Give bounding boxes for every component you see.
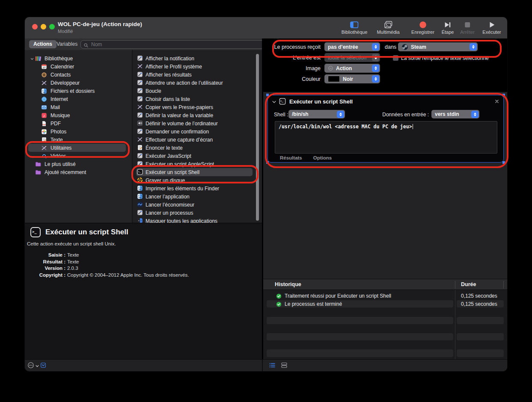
selection-handle[interactable] [266, 161, 269, 164]
workflow-canvas: >_ Exécuter un script Shell Shell : /bin… [263, 92, 507, 279]
script-editor[interactable]: /usr/local/bin/wol <adresse MAC du PC de… [275, 121, 497, 154]
action-item-demander-une-confirmation[interactable]: Demander une confirmation [133, 127, 262, 136]
output-replaces-checkbox[interactable] [393, 55, 398, 61]
tab-variables[interactable]: Variables [56, 40, 77, 48]
action-item-ex-cuter-un-script-shell[interactable]: >_Exécuter un script Shell [133, 168, 262, 176]
column-divider[interactable] [455, 281, 455, 289]
history-empty-row [263, 341, 507, 349]
selection-handle[interactable] [502, 94, 505, 96]
action-item-choisir-dans-la-liste[interactable]: Choisir dans la liste [133, 95, 262, 103]
more-circle-icon[interactable] [27, 362, 34, 369]
action-item-imprimer-les-l-ments-du-finder[interactable]: Imprimer les éléments du Finder [133, 184, 262, 192]
sidebar-item-texte[interactable]: Texte [25, 136, 132, 144]
action-item-label: Effectuer une capture d’écran [146, 137, 213, 143]
shell-script-block[interactable]: >_ Exécuter un script Shell Shell : /bin… [267, 95, 504, 163]
sidebar-item-vid-os[interactable]: Vidéos [25, 152, 132, 160]
svg-text:>_: >_ [32, 230, 37, 234]
chevron-down-icon[interactable] [271, 99, 277, 104]
sidebar-item-photos[interactable]: Photos [25, 127, 132, 136]
terminal-icon: >_ [279, 98, 286, 105]
sidebar-item-mail[interactable]: Mail [25, 103, 132, 111]
contacts-icon [41, 72, 47, 78]
disclosure-chevron-icon[interactable] [30, 56, 34, 61]
sidebar-item-ajout-r-cemment[interactable]: Ajouté récemment [25, 168, 132, 176]
action-item-graver-un-disque[interactable]: Graver un disque [133, 176, 262, 184]
wave-icon [137, 201, 143, 207]
duration-column-header[interactable]: Durée [461, 281, 476, 287]
tab-actions[interactable]: Actions [29, 40, 56, 48]
sidebar-item-label: Fichiers et dossiers [51, 88, 95, 94]
sidebar-item-biblioth-que[interactable]: Bibliothèque [25, 54, 132, 62]
automator-action-icon [137, 80, 143, 86]
action-item-label: Exécuter JavaScript [146, 153, 191, 159]
action-item-afficher-les-r-sultats[interactable]: Afficher les résultats [133, 71, 262, 79]
shell-block-tab-résultats[interactable]: Résultats [280, 155, 302, 160]
selection-handle[interactable] [502, 161, 505, 164]
variable-badge-icon[interactable] [40, 362, 46, 368]
sidebar-item-calendrier[interactable]: 17Calendrier [25, 62, 132, 71]
sidebar-item-fichiers-et-dossiers[interactable]: Fichiers et dossiers [25, 87, 132, 95]
action-item-copier-vers-le-presse-papiers[interactable]: Copier vers le Presse-papiers [133, 103, 262, 111]
sidebar-item-internet[interactable]: Internet [25, 95, 132, 103]
process-input-popup[interactable]: pas d’entrée [324, 42, 380, 51]
toolbar-button-multim-dia[interactable]: Multimédia [377, 21, 399, 35]
sidebar-item-d-veloppeur[interactable]: Développeur [25, 79, 132, 87]
selection-handle[interactable] [266, 94, 269, 96]
stdin-popup[interactable]: vers stdin [431, 110, 479, 118]
shell-popup[interactable]: /bin/sh [288, 110, 345, 118]
color-popup[interactable]: Noir [324, 74, 380, 83]
action-item-effectuer-une-capture-d-cran[interactable]: Effectuer une capture d’écran [133, 136, 262, 144]
sidebar-item-label: Utilitaires [51, 145, 71, 151]
action-item-ex-cuter-un-script-applescript[interactable]: Exécuter un script AppleScript [133, 160, 262, 168]
image-popup[interactable]: Action [324, 64, 380, 73]
history-row-duration: 0,125 secondes [461, 301, 497, 307]
close-window-button[interactable] [32, 24, 38, 30]
media-icon [384, 21, 392, 29]
shell-block-tab-options[interactable]: Options [313, 155, 332, 160]
action-item-boucle[interactable]: Boucle [133, 87, 262, 95]
action-item-d-finir-le-volume-de-l-ordinateur[interactable]: Définir le volume de l’ordinateur [133, 119, 262, 127]
sidebar-item-le-plus-utilis-[interactable]: Le plus utilisé [25, 160, 132, 168]
sidebar-item-label: Contacts [51, 72, 71, 78]
panels-view-icon[interactable] [281, 362, 288, 369]
sidebar-item-contacts[interactable]: Contacts [25, 71, 132, 79]
image-label: Image [264, 65, 321, 71]
action-item--noncer-le-texte[interactable]: Énoncer le texte [133, 144, 262, 152]
sidebar-item-pdf[interactable]: PDFPDF [25, 119, 132, 127]
action-item-afficher-le-profil-syst-me[interactable]: Afficher le Profil système [133, 62, 262, 71]
action-item-masquer-toutes-les-applications[interactable]: Masquer toutes les applications [133, 217, 262, 223]
search-field[interactable] [80, 40, 265, 49]
action-item-ex-cuter-javascript[interactable]: Exécuter JavaScript [133, 152, 262, 160]
action-item-d-finir-la-valeur-de-la-variable[interactable]: Définir la valeur de la variable [133, 111, 262, 119]
sidebar-item-musique[interactable]: ♪Musique [25, 111, 132, 119]
search-input[interactable] [90, 41, 262, 48]
history-row[interactable]: Le processus est terminé0,125 secondes [263, 300, 507, 308]
process-config-panel: Le processus reçoit pas d’entrée dans St… [263, 38, 507, 92]
sidebar-item-utilitaires[interactable]: Utilitaires [25, 144, 132, 152]
list-view-icon[interactable] [269, 362, 276, 369]
close-icon[interactable] [494, 98, 500, 104]
toolbar-button--tape[interactable]: Étape [442, 21, 454, 35]
column-divider[interactable] [503, 281, 504, 289]
action-item-lancer-l-conomiseur[interactable]: Lancer l’économiseur [133, 201, 262, 209]
application-popup[interactable]: Steam [398, 42, 478, 51]
history-empty-row [263, 308, 507, 316]
toolbar-button-ex-cuter[interactable]: Exécuter [482, 21, 501, 35]
chevron-down-icon[interactable] [35, 363, 40, 368]
action-item-lancer-l-application[interactable]: Lancer l’application [133, 192, 262, 201]
sidebar-item-label: Photos [51, 129, 66, 135]
color-swatch [328, 76, 340, 82]
automator-action-icon [137, 96, 143, 102]
history-column-header[interactable]: Historique [275, 281, 301, 287]
action-item-lancer-un-processus[interactable]: Lancer un processus [133, 209, 262, 217]
minimize-window-button[interactable] [41, 24, 46, 30]
workflow-pane: Le processus reçoit pas d’entrée dans St… [263, 38, 507, 359]
description-title: Exécuter un script Shell [45, 228, 128, 236]
action-item-attendre-une-action-de-l-utilisateur[interactable]: Attendre une action de l’utilisateur [133, 79, 262, 87]
toolbar-button-biblioth-que[interactable]: Bibliothèque [342, 21, 368, 35]
action-item-afficher-la-notification[interactable]: Afficher la notification [133, 54, 262, 62]
zoom-window-button[interactable] [49, 24, 55, 30]
toolbar-button-enregistrer[interactable]: Enregistrer [411, 21, 434, 35]
history-row[interactable]: Traitement réussi pour Exécuter un scrip… [263, 292, 507, 300]
desktop: { "colors": { "annotation_red": "#e3281e… [0, 0, 532, 402]
